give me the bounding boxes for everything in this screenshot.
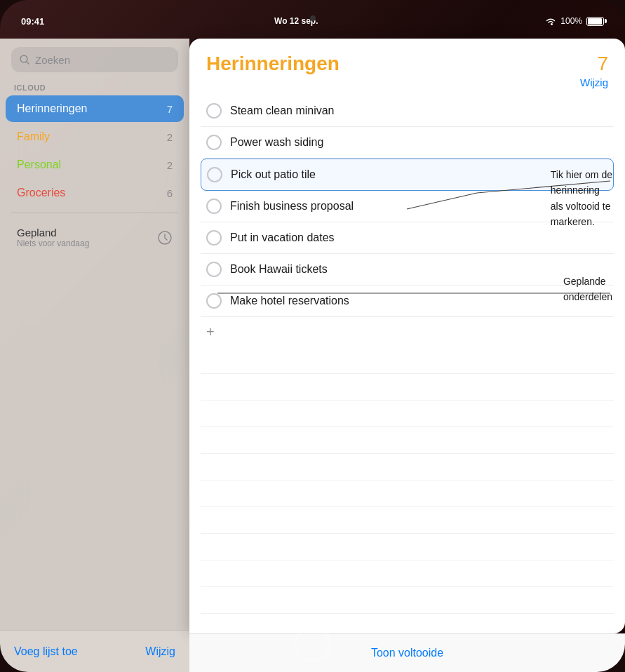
battery-icon bbox=[586, 17, 604, 26]
sidebar-count-personal: 2 bbox=[167, 159, 173, 171]
home-button-inner bbox=[297, 629, 328, 659]
reminder-text-1: Steam clean minivan bbox=[230, 105, 608, 117]
main-footer: Toon voltooide bbox=[189, 633, 625, 672]
reminder-text-7: Make hotel reservations bbox=[230, 295, 608, 307]
sidebar-count-herinneringen: 7 bbox=[167, 103, 173, 115]
gepland-subtitle: Niets voor vandaag bbox=[17, 238, 89, 248]
reminder-checkbox-7[interactable] bbox=[206, 293, 222, 309]
sidebar-label-family: Family bbox=[17, 130, 50, 143]
sidebar-item-personal[interactable]: Personal 2 bbox=[6, 152, 184, 178]
gepland-title: Gepland bbox=[17, 227, 89, 238]
sidebar-label-personal: Personal bbox=[17, 159, 61, 171]
empty-line bbox=[201, 481, 614, 507]
plus-icon: + bbox=[206, 324, 215, 340]
reminder-checkbox-6[interactable] bbox=[206, 262, 222, 277]
status-time: 09:41 bbox=[21, 16, 44, 27]
sidebar-item-herinneringen[interactable]: Herinneringen 7 bbox=[6, 95, 184, 122]
table-row[interactable]: Make hotel reservations bbox=[201, 285, 614, 317]
battery-percent: 100% bbox=[560, 16, 582, 26]
empty-line bbox=[201, 534, 614, 560]
sidebar-count-family: 2 bbox=[167, 131, 173, 143]
empty-line bbox=[201, 347, 614, 374]
sidebar-label-groceries: Groceries bbox=[17, 187, 65, 199]
reminder-text-6: Book Hawaii tickets bbox=[230, 263, 608, 276]
add-list-button[interactable]: Voeg lijst toe bbox=[14, 645, 78, 658]
main-content: Herinneringen 7 Wijzig Steam clean miniv… bbox=[189, 39, 625, 633]
empty-line bbox=[201, 560, 614, 587]
clock-icon bbox=[157, 230, 173, 246]
sidebar-edit-button[interactable]: Wijzig bbox=[145, 645, 175, 658]
reminder-checkbox-4[interactable] bbox=[206, 199, 222, 214]
main-edit-button[interactable]: Wijzig bbox=[580, 76, 608, 88]
battery-fill bbox=[588, 18, 602, 25]
reminder-checkbox-5[interactable] bbox=[206, 230, 222, 246]
add-reminder-button[interactable]: + bbox=[189, 317, 625, 347]
reminder-checkbox-1[interactable] bbox=[206, 103, 222, 119]
empty-line bbox=[201, 427, 614, 454]
status-right: 100% bbox=[545, 16, 604, 26]
reminder-text-4: Finish business proposal bbox=[230, 200, 608, 213]
front-camera bbox=[310, 15, 316, 21]
sidebar-item-family[interactable]: Family 2 bbox=[6, 123, 184, 150]
empty-line bbox=[201, 374, 614, 401]
empty-line bbox=[201, 587, 614, 614]
sidebar-section-icloud: ICLOUD bbox=[0, 79, 189, 95]
main-header: Herinneringen 7 Wijzig bbox=[189, 39, 625, 95]
table-row[interactable]: Finish business proposal bbox=[201, 191, 614, 222]
table-row[interactable]: Power wash siding bbox=[201, 127, 614, 159]
show-completed-button[interactable]: Toon voltooide bbox=[371, 647, 443, 659]
sidebar-footer: Voeg lijst toe Wijzig bbox=[0, 630, 189, 672]
sidebar-divider bbox=[11, 213, 178, 213]
sidebar-count-groceries: 6 bbox=[167, 187, 173, 199]
sidebar-gepland[interactable]: Gepland Niets voor vandaag bbox=[6, 220, 184, 255]
sidebar: Zoeken ICLOUD Herinneringen 7 Family 2 P… bbox=[0, 39, 189, 630]
table-row[interactable]: Put in vacation dates bbox=[201, 222, 614, 254]
reminder-checkbox-2[interactable] bbox=[206, 135, 222, 150]
search-icon bbox=[20, 55, 29, 65]
main-count: 7 bbox=[597, 53, 608, 75]
reminder-list: Steam clean minivan Power wash siding Pi… bbox=[189, 95, 625, 317]
table-row[interactable]: Steam clean minivan bbox=[201, 95, 614, 127]
home-button[interactable] bbox=[295, 626, 331, 662]
sidebar-label-herinneringen: Herinneringen bbox=[17, 102, 88, 115]
table-row[interactable]: Book Hawaii tickets bbox=[201, 254, 614, 285]
reminder-text-2: Power wash siding bbox=[230, 136, 608, 149]
empty-line bbox=[201, 454, 614, 481]
empty-line bbox=[201, 507, 614, 534]
empty-line bbox=[201, 401, 614, 427]
empty-lines bbox=[189, 347, 625, 614]
status-bar: 09:41 Wo 12 sep. 100% bbox=[21, 13, 604, 29]
wifi-icon bbox=[545, 17, 556, 26]
ipad-frame: 09:41 Wo 12 sep. 100% Zoeken IC bbox=[0, 0, 625, 672]
table-row[interactable]: Pick out patio tile bbox=[201, 159, 614, 191]
reminder-text-5: Put in vacation dates bbox=[230, 231, 608, 244]
search-placeholder: Zoeken bbox=[35, 54, 70, 66]
search-bar[interactable]: Zoeken bbox=[11, 47, 178, 72]
main-title: Herinneringen bbox=[206, 53, 340, 75]
reminder-text-3: Pick out patio tile bbox=[231, 168, 607, 181]
svg-line-1 bbox=[27, 62, 29, 64]
reminder-checkbox-3[interactable] bbox=[207, 167, 222, 182]
sidebar-item-groceries[interactable]: Groceries 6 bbox=[6, 180, 184, 206]
